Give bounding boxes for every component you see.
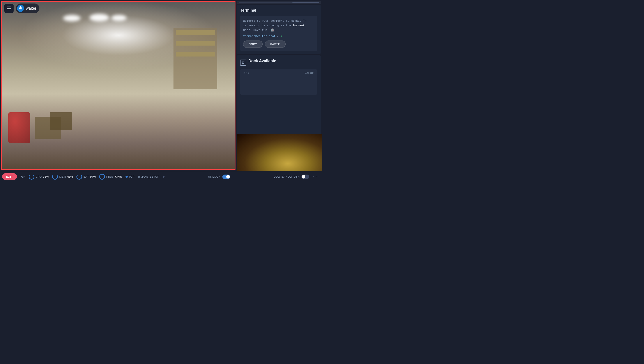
sep-dot — [163, 176, 164, 178]
robot-avatar-icon — [17, 5, 24, 12]
cpu-ring — [29, 174, 34, 180]
p2p-label: P2P — [129, 175, 134, 178]
unlock-toggle-knob — [226, 175, 230, 178]
dock-icon-inner — [242, 62, 244, 64]
p2p-status-item: P2P — [126, 175, 134, 178]
paste-button[interactable]: PASTE — [265, 40, 286, 48]
scroll-track — [239, 2, 319, 3]
ping-value: 73MS — [114, 175, 122, 178]
dock-col-key-header: KEY — [244, 72, 267, 75]
terminal-highlight-user: formant — [293, 24, 305, 27]
dock-table-body — [240, 77, 318, 94]
cpu-label: CPU — [36, 175, 42, 178]
equipment-box-2 — [50, 112, 72, 130]
dock-col-value-header: VALUE — [267, 72, 314, 75]
ceiling-light-2 — [89, 14, 109, 22]
more-options-button[interactable]: ··· — [313, 173, 320, 180]
terminal-prompt-dollar: $ — [280, 34, 282, 38]
low-bandwidth-label: LOW BANDWIDTH — [274, 175, 300, 178]
dock-table: KEY VALUE — [240, 70, 318, 94]
terminal-buttons-row: COPY PASTE — [243, 40, 314, 48]
pulse-icon — [20, 174, 25, 179]
cpu-value: 38% — [43, 175, 49, 178]
cpu-status-item: CPU 38% — [29, 174, 49, 180]
terminal-prompt-user: formant@walter-spot — [243, 34, 276, 38]
estop-status-item: /HAS_ESTOP — [138, 175, 159, 178]
terminal-welcome-text: Welcome to your device's terminal. Th is… — [243, 19, 314, 32]
svg-point-3 — [21, 8, 22, 8]
ping-ring — [99, 174, 105, 180]
low-bandwidth-toggle-knob — [302, 175, 305, 178]
scroll-thumb — [292, 2, 319, 3]
mem-value: 43% — [67, 175, 73, 178]
hamburger-line-3 — [7, 10, 11, 10]
hamburger-line-2 — [7, 8, 11, 8]
dock-table-header: KEY VALUE — [240, 70, 318, 77]
p2p-dot — [126, 176, 128, 178]
shelf-right — [174, 28, 217, 89]
camera-feed-area: walter — [1, 1, 236, 170]
terminal-title: Terminal — [240, 8, 318, 13]
dock-section-icon — [240, 60, 246, 66]
exit-button[interactable]: EXIT — [2, 173, 17, 180]
bat-ring — [76, 174, 82, 180]
estop-dot — [138, 176, 140, 178]
mem-label: MEM — [59, 175, 66, 178]
bat-status-item: BAT 94% — [76, 174, 96, 180]
low-bandwidth-control: LOW BANDWIDTH — [274, 174, 309, 179]
dock-title: Dock Available — [248, 59, 276, 63]
ping-status-item: PING 73MS — [99, 174, 122, 180]
pulse-indicator — [20, 174, 25, 179]
ceiling-light-3 — [111, 15, 126, 21]
svg-point-2 — [20, 8, 20, 8]
robot-svg — [18, 6, 22, 10]
terminal-section: Terminal Welcome to your device's termin… — [236, 4, 321, 54]
robot-badge: walter — [16, 4, 40, 13]
terminal-prompt-line: formant@walter-spot / $ — [243, 34, 314, 38]
bottom-right-camera — [236, 134, 322, 171]
camera-header-overlay: walter — [2, 2, 235, 15]
unlock-control: UNLOCK — [208, 174, 230, 179]
shelf-level-1 — [176, 30, 215, 34]
shelf-level-3 — [176, 52, 215, 56]
robot-name-label: walter — [26, 6, 36, 11]
estop-label: /HAS_ESTOP — [141, 175, 159, 178]
svg-rect-0 — [19, 8, 22, 10]
status-bar: EXIT CPU 38% MEM 43% BAT 94% PING 73MS P… — [0, 171, 322, 182]
dock-header: Dock Available — [240, 59, 318, 66]
terminal-prompt-slash: / — [277, 34, 279, 38]
copy-button[interactable]: COPY — [243, 40, 263, 48]
hamburger-line-1 — [7, 6, 11, 7]
unlock-label: UNLOCK — [208, 175, 220, 178]
mem-status-item: MEM 43% — [52, 174, 73, 180]
camera-feed: walter — [2, 2, 235, 169]
more-dots-icon: ··· — [312, 174, 320, 179]
scroll-indicator — [236, 1, 321, 4]
bat-label: BAT — [84, 175, 89, 178]
svg-rect-4 — [20, 9, 21, 9]
bat-value: 94% — [90, 175, 96, 178]
mem-ring — [52, 174, 58, 180]
low-bandwidth-toggle[interactable] — [302, 174, 309, 179]
ceiling-light-1 — [63, 15, 80, 22]
shelf-level-2 — [176, 41, 215, 46]
bottom-right-camera-bg — [236, 134, 322, 171]
hamburger-menu-button[interactable] — [4, 4, 14, 13]
ping-label: PING — [106, 175, 113, 178]
red-barrel — [8, 112, 30, 143]
terminal-content-area: Welcome to your device's terminal. Th is… — [240, 16, 318, 51]
unlock-toggle[interactable] — [222, 174, 230, 179]
